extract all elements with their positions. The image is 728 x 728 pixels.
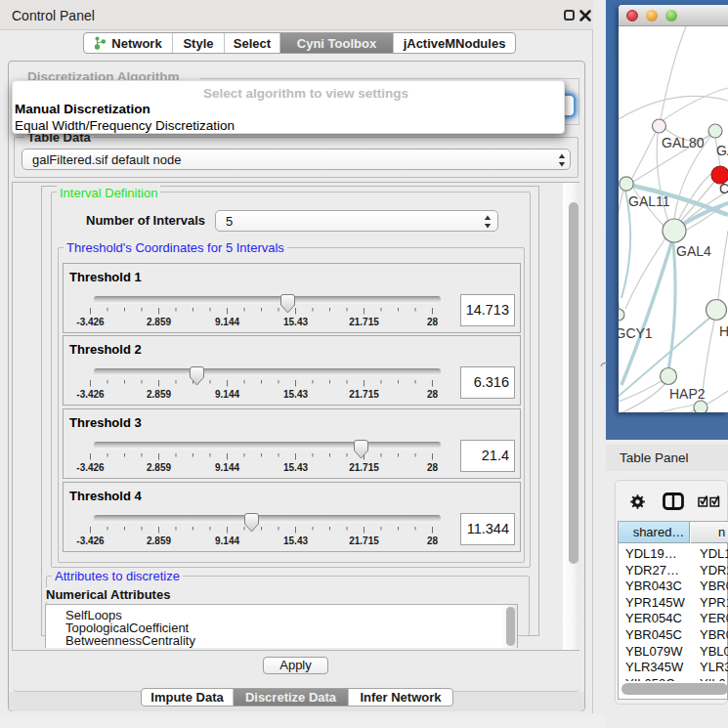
svg-text:GCY1: GCY1 xyxy=(619,325,653,341)
svg-text:GAL80: GAL80 xyxy=(662,135,705,150)
svg-text:GA: GA xyxy=(716,143,728,158)
svg-text:GAL4: GAL4 xyxy=(676,243,711,259)
svg-text:HAP2: HAP2 xyxy=(669,386,706,402)
svg-text:H: H xyxy=(719,323,728,339)
svg-text:C: C xyxy=(719,181,728,196)
svg-text:GAL11: GAL11 xyxy=(628,193,670,209)
